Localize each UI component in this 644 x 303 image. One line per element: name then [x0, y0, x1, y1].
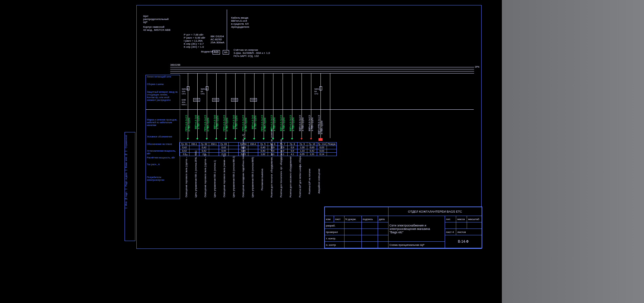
table-cell: 6,05: [297, 153, 307, 156]
arrow-icon: [225, 138, 227, 140]
arrow-icon: [263, 138, 265, 140]
table-cell: [327, 153, 337, 156]
circuit-name: Аварийное освещение: [318, 169, 320, 194]
circuit-name: Освещение торгового зала (группа – 2): [204, 169, 207, 197]
breaker-label: S201 C6AОГ6: [201, 88, 207, 95]
bus-voltage: 380/220В: [170, 64, 180, 66]
arrow-icon: [301, 138, 303, 140]
tb-izm: изм: [325, 216, 334, 222]
table-cell: 0,42: [219, 146, 229, 149]
table-cell: Гр. 9: [297, 143, 307, 146]
table-cell: [229, 143, 239, 146]
circuit-name: Освещение торгового зала (линия – 3): [223, 169, 226, 197]
tb-proveril: проверил: [325, 229, 345, 235]
table-cell: [327, 149, 337, 153]
circuit-name: Розетка ШР для метал.шкафа, сборы: [299, 169, 302, 197]
cable-label: ППГнгLS-3x2,5в ПВХ-трубе: [185, 115, 191, 131]
tb-date: дата: [378, 216, 388, 222]
tb-scale: масштаб: [467, 216, 482, 222]
table-cell: [209, 146, 219, 149]
table-cell: 0,23: [239, 153, 248, 156]
table-cell: 1,00: [297, 146, 307, 149]
dept: ОТДЕЛ КОЖГАЛАНТЕРЕИ BAGS ETC: [388, 207, 482, 216]
table-cell: [248, 153, 258, 156]
table-cell: 0,03: [317, 149, 327, 153]
busbar-3pn: [170, 67, 474, 67]
table-cell: 1,82: [258, 153, 268, 156]
table-cell: 0,03: [317, 146, 327, 149]
stamp-cell: Инв. № подл.: [125, 189, 127, 208]
table-cell: 4,1: [268, 153, 278, 156]
table-cell: Гр. 6: [268, 143, 278, 146]
table-cell: Гр. 10: [307, 143, 317, 146]
table-cell: KM-1: [209, 143, 219, 146]
arrow-icon: [206, 138, 208, 140]
breaker-label: S201 C10AОГ3: [182, 88, 188, 95]
table-cell: [190, 146, 199, 149]
rowlbl-2: Защитный аппарат; ввод на отходящую лини…: [147, 91, 178, 102]
tb-sheet: лист 4: [445, 229, 456, 235]
circuit-name: Цепь управления KM-1 (кнопка-25VL KM1): [195, 169, 197, 197]
busbar-l3: [170, 73, 474, 73]
table-cell: KM-4: [248, 143, 258, 146]
table-cell: Гр. 03: [219, 143, 229, 146]
tb-tkontr: т. контр.: [325, 235, 345, 242]
table-cell: 0,40: [258, 149, 268, 153]
cable-label: ВВГнгLS-3x9в ПВХ-трубе: [214, 115, 219, 129]
table-cell: 0,9: [288, 149, 297, 153]
tb-ndoc: N докум.: [344, 216, 361, 222]
table-cell: Резерв: [327, 143, 337, 146]
arrow-icon: [234, 138, 236, 140]
busbar-l2: [170, 71, 474, 71]
km-box: KM-2: [212, 98, 219, 102]
cable-label: ППГнгLS-3x2,5в ПВХ-трубе: [204, 115, 209, 131]
circuit-name: Освещение торгового зала (группа – 1): [185, 169, 188, 197]
plc-box: PLC: [213, 50, 220, 55]
table-cell: [248, 146, 258, 149]
pe-bar: [146, 109, 474, 110]
table-cell: [229, 146, 239, 149]
canvas: Справочное Взам. инв. № Подп. и дата Инв…: [0, 0, 644, 303]
arrow-icon: [253, 138, 255, 140]
km-box: KM-5: [250, 98, 257, 102]
tb-massa: масса: [456, 216, 467, 222]
table-cell: 0,14: [317, 153, 327, 156]
arrow-icon: [291, 138, 293, 140]
arrow-icon: [310, 138, 312, 140]
table-cell: 0,05: [239, 149, 248, 153]
bus-label-right: 3PN: [475, 66, 480, 68]
table-cell: Гр. 7: [278, 143, 288, 146]
table-cell: 0,9: [278, 146, 288, 149]
circuit-name: Розетки для технолог. оборудования, орг.…: [270, 169, 273, 197]
title-block: ОТДЕЛ КОЖГАЛАНТЕРЕИ BAGS ETC изм лист N …: [324, 207, 482, 248]
rowlbl-7: Расчётная мощность, кВт: [147, 156, 178, 159]
table-cell: [190, 149, 199, 153]
cable-label: ППГнгLS-3x2,5в ПВХ-трубе: [242, 115, 247, 131]
table-cell: 0,40: [258, 146, 268, 149]
stamp-cell: Подп. и дата: [125, 170, 127, 189]
table-cell: [248, 149, 258, 153]
circuit-name: Розетки для технологич. орг. оборудовани…: [280, 169, 283, 197]
breaker-label: S2016AОГ2: [314, 88, 319, 95]
arrow-icon: [196, 138, 198, 140]
tb-lit: лит.: [445, 216, 456, 222]
circuit-name: Рекламная вывеска: [261, 169, 264, 191]
table-cell: 1,91: [307, 153, 317, 156]
cable-label: ППГнгLS-3x2,5в ПВХ-трубе: [261, 115, 266, 131]
circuit-table: Гр. 01KM-1Гр. 02KM-1Гр. 03Гр. 04KM-4Гр. …: [179, 142, 337, 156]
tb-sheets: листов: [456, 229, 482, 235]
power-params: Р уст = 7,66 кВт Р расч = 6,98 кВт I рас…: [184, 33, 205, 48]
circuit-line: [330, 73, 330, 138]
table-cell: [209, 149, 219, 153]
cable-label: ППГнгLS-3x2,5в ПВХ-трубе: [223, 115, 228, 131]
rowlbl-8: Ток расч., А: [147, 163, 178, 166]
table-cell: 0,42: [199, 149, 209, 153]
circuit-name: Освещение складских подсобных помещений …: [242, 169, 245, 197]
stamp-cell: Справочное: [125, 132, 127, 151]
tb-nkontr: н. контр: [325, 242, 345, 248]
table-cell: 0,9: [268, 146, 278, 149]
table-cell: 0,9: [288, 146, 297, 149]
rowlbl-0: Линия питающей сети: [147, 75, 178, 78]
tb-razrab: разраб.: [325, 222, 345, 229]
alarm-indicator: [318, 138, 323, 141]
